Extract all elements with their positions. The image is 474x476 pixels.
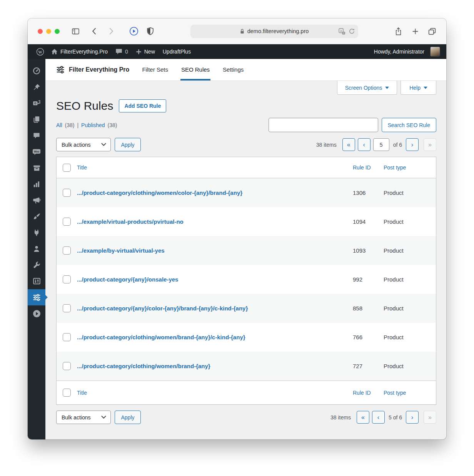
rule-title-link[interactable]: .../example/virtual-products/pvirtual-no (77, 218, 184, 225)
top-toolbar: Bulk actions Apply 38 items « ‹ of 6 › » (56, 138, 436, 151)
table-row: .../product-category/clothing/women/colo… (57, 178, 436, 207)
share-icon[interactable] (392, 25, 405, 37)
select-all-checkbox[interactable] (63, 389, 71, 397)
row-checkbox[interactable] (63, 362, 71, 370)
sidebar-item-plugins[interactable] (28, 225, 45, 241)
svg-text:Woo: Woo (34, 150, 39, 153)
row-checkbox[interactable] (63, 218, 71, 226)
tab-settings[interactable]: Settings (222, 59, 244, 80)
forward-icon[interactable] (105, 25, 118, 37)
view-published-link[interactable]: Published (81, 122, 105, 128)
sidebar-toggle-icon[interactable] (69, 25, 82, 37)
rule-title-link[interactable]: .../example/by-virtual/virtual-yes (77, 247, 165, 254)
new-content-menu[interactable]: New (132, 44, 159, 59)
table-row: .../example/virtual-products/pvirtual-no… (57, 207, 436, 236)
screen-options-button[interactable]: Screen Options (337, 81, 397, 95)
sidebar-item-appearance[interactable] (28, 208, 45, 225)
rule-id-value: 1094 (353, 218, 366, 225)
sidebar-item-pages[interactable] (28, 111, 45, 127)
next-page-button[interactable]: › (406, 138, 419, 151)
sidebar-item-analytics[interactable] (28, 176, 45, 192)
row-checkbox[interactable] (63, 275, 71, 283)
back-icon[interactable] (87, 25, 100, 37)
sidebar-item-dashboard[interactable] (28, 63, 45, 79)
first-page-button[interactable]: « (342, 138, 355, 151)
table-row: .../example/by-virtual/virtual-yes 1093 … (57, 236, 436, 265)
woocommerce-icon: Woo (32, 148, 41, 155)
avatar (430, 47, 440, 57)
column-ruleid-header[interactable]: Rule ID (353, 164, 371, 171)
sidebar-item-users[interactable] (28, 241, 45, 257)
play-extension-icon[interactable] (127, 25, 140, 37)
sidebar-item-media[interactable] (28, 95, 45, 111)
bulk-actions-select[interactable]: Bulk actions (56, 138, 111, 151)
column-ruleid-header[interactable]: Rule ID (353, 390, 371, 396)
select-all-checkbox[interactable] (63, 164, 71, 172)
sidebar-item-woocommerce[interactable]: Woo (28, 144, 45, 160)
search-input[interactable] (269, 118, 378, 132)
rule-id-value: 766 (353, 334, 362, 340)
collapse-menu-button[interactable] (28, 305, 45, 322)
post-type-value: Product (384, 189, 404, 196)
row-checkbox[interactable] (63, 246, 71, 255)
search-seo-rule-button[interactable]: Search SEO Rule (382, 118, 437, 132)
comments-menu[interactable]: 0 (112, 44, 132, 59)
address-bar[interactable]: demo.filtereverything.pro A (190, 25, 358, 38)
new-tab-icon[interactable] (409, 25, 422, 37)
site-name-label: FilterEverything.Pro (60, 49, 108, 55)
site-name-menu[interactable]: FilterEverything.Pro (47, 44, 112, 59)
add-seo-rule-button[interactable]: Add SEO Rule (119, 99, 166, 112)
rule-title-link[interactable]: .../product-category/clothing/women/colo… (77, 189, 242, 196)
column-posttype-header[interactable]: Post type (384, 164, 406, 171)
tab-filter-sets[interactable]: Filter Sets (141, 59, 169, 80)
first-page-button[interactable]: « (357, 411, 369, 424)
close-window-button[interactable] (38, 29, 43, 34)
translate-icon[interactable]: A (339, 28, 345, 35)
next-page-button[interactable]: › (406, 411, 419, 424)
tab-seo-rules[interactable]: SEO Rules (180, 59, 210, 80)
view-all-link[interactable]: All (56, 122, 62, 128)
updraftplus-menu[interactable]: UpdraftPlus (159, 44, 195, 59)
last-page-button[interactable]: » (424, 138, 436, 151)
rule-title-link[interactable]: .../product-category/clothing/women/bran… (77, 363, 210, 369)
row-checkbox[interactable] (63, 333, 71, 341)
help-button[interactable]: Help (401, 81, 436, 95)
rule-title-link[interactable]: .../product-category/clothing/women/bran… (77, 334, 245, 340)
row-checkbox[interactable] (63, 189, 71, 197)
rule-title-link[interactable]: .../product-category/{any}/onsale-yes (77, 276, 178, 283)
last-page-button[interactable]: » (424, 411, 436, 424)
reload-icon[interactable] (349, 28, 355, 34)
column-title-header[interactable]: Title (77, 390, 87, 396)
zoom-window-button[interactable] (55, 29, 60, 34)
rule-title-link[interactable]: .../product-category/{any}/color-{any}/b… (77, 305, 248, 312)
title-row: SEO Rules Add SEO Rule (56, 99, 436, 112)
row-checkbox[interactable] (63, 304, 71, 312)
users-icon (33, 245, 40, 252)
column-title-header[interactable]: Title (77, 164, 87, 171)
prev-page-button[interactable]: ‹ (372, 411, 385, 424)
sidebar-item-filter-everything[interactable] (28, 289, 45, 305)
bulk-actions-select[interactable]: Bulk actions (56, 411, 111, 424)
wp-logo-icon[interactable]: W (33, 44, 47, 59)
minimize-window-button[interactable] (46, 29, 51, 34)
sidebar-item-marketing[interactable] (28, 192, 45, 208)
seo-rules-table: Title Rule ID Post type .../product-cate… (56, 157, 436, 405)
views-row: All (38) | Published (38) Search SEO Rul… (56, 118, 436, 132)
table-header: Title Rule ID Post type (57, 157, 436, 178)
wp-admin-menu: Woo (28, 59, 45, 439)
prev-page-button[interactable]: ‹ (358, 138, 371, 151)
apply-button[interactable]: Apply (115, 411, 140, 424)
pages-icon (33, 116, 40, 123)
current-page-input[interactable] (373, 138, 389, 151)
apply-button[interactable]: Apply (115, 138, 140, 151)
view-all-count: (38) (65, 122, 75, 128)
shield-extension-icon[interactable] (144, 25, 157, 37)
sidebar-item-posts[interactable] (28, 79, 45, 95)
tab-overview-icon[interactable] (426, 25, 439, 37)
column-posttype-header[interactable]: Post type (384, 390, 406, 396)
my-account-menu[interactable]: Howdy, Administrator (370, 47, 441, 57)
sidebar-item-tools[interactable] (28, 257, 45, 273)
sidebar-item-products[interactable] (28, 160, 45, 176)
sidebar-item-comments[interactable] (28, 127, 45, 144)
sidebar-item-settings[interactable] (28, 273, 45, 289)
